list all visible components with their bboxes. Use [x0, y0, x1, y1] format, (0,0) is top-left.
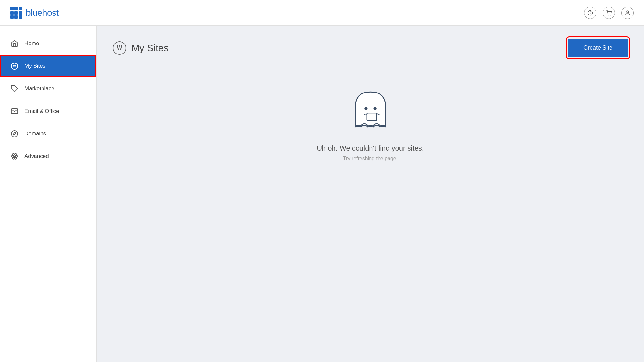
svg-point-10 — [14, 156, 15, 157]
svg-point-11 — [11, 155, 18, 158]
svg-point-8 — [11, 131, 18, 137]
sidebar-item-domains-label: Domains — [24, 131, 46, 137]
svg-point-2 — [608, 15, 609, 15]
page-title-area: W My Sites — [113, 41, 168, 55]
sidebar-item-marketplace-label: Marketplace — [24, 85, 54, 92]
sidebar: Home W My Sites Marketplace Email & Off — [0, 26, 97, 362]
sidebar-item-home[interactable]: Home — [0, 32, 96, 55]
svg-point-14 — [364, 107, 367, 110]
cart-button[interactable] — [603, 7, 615, 19]
sidebar-item-email-office-label: Email & Office — [24, 108, 59, 114]
sidebar-item-email-office[interactable]: Email & Office — [0, 100, 96, 122]
compass-icon — [10, 130, 19, 138]
empty-state: Uh oh. We couldn't find your sites. Try … — [113, 83, 628, 161]
mail-icon — [10, 107, 19, 115]
header-actions — [584, 7, 634, 19]
sidebar-item-my-sites-label: My Sites — [24, 63, 45, 69]
sidebar-item-my-sites[interactable]: W My Sites — [0, 55, 96, 77]
layout: Home W My Sites Marketplace Email & Off — [0, 0, 644, 362]
header: bluehost — [0, 0, 644, 26]
user-button[interactable] — [621, 7, 634, 19]
svg-marker-9 — [13, 132, 16, 135]
sidebar-item-advanced-label: Advanced — [24, 153, 49, 160]
wordpress-icon: W — [10, 62, 19, 70]
create-site-button[interactable]: Create Site — [568, 39, 628, 57]
empty-state-title: Uh oh. We couldn't find your sites. — [317, 144, 424, 152]
tag-icon — [10, 84, 19, 93]
page-title: My Sites — [131, 43, 168, 54]
atom-icon — [10, 152, 19, 161]
page-header: W My Sites Create Site — [113, 39, 628, 57]
svg-text:W: W — [13, 64, 16, 68]
svg-point-3 — [610, 15, 611, 15]
sidebar-item-advanced[interactable]: Advanced — [0, 145, 96, 168]
home-icon — [10, 39, 19, 48]
sidebar-item-domains[interactable]: Domains — [0, 122, 96, 145]
empty-state-subtitle: Try refreshing the page! — [343, 156, 398, 161]
svg-rect-16 — [367, 113, 376, 121]
logo-area: bluehost — [10, 7, 59, 19]
svg-point-4 — [627, 11, 629, 13]
logo-text: bluehost — [26, 8, 59, 18]
sidebar-item-home-label: Home — [24, 40, 39, 47]
wordpress-page-icon: W — [113, 41, 126, 55]
ghost-illustration — [348, 83, 393, 134]
sidebar-item-marketplace[interactable]: Marketplace — [0, 77, 96, 100]
main-content: W My Sites Create Site Uh oh. We — [97, 26, 644, 362]
logo-grid-icon — [10, 7, 22, 19]
svg-point-15 — [373, 107, 376, 110]
help-button[interactable] — [584, 7, 596, 19]
